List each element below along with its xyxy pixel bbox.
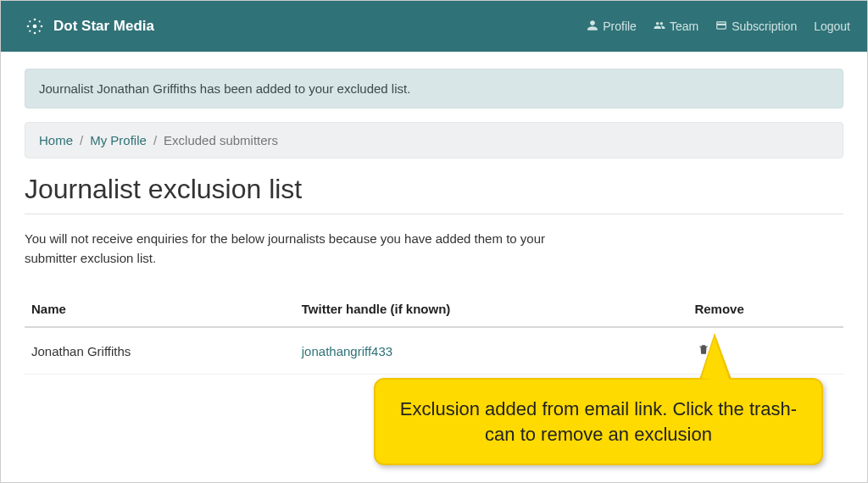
nav-profile[interactable]: Profile	[587, 19, 637, 34]
breadcrumb-current: Excluded submitters	[164, 133, 278, 147]
svg-point-1	[34, 19, 36, 21]
svg-point-7	[29, 31, 31, 32]
col-remove-header: Remove	[687, 293, 843, 327]
nav-subscription-label: Subscription	[732, 19, 797, 33]
svg-point-6	[39, 20, 41, 22]
callout-text: Exclusion added from email link. Click t…	[400, 398, 797, 445]
breadcrumb: Home / My Profile / Excluded submitters	[25, 122, 843, 158]
navbar: Dot Star Media Profile Team Subscription…	[1, 1, 867, 52]
page-title: Journalist exclusion list	[25, 174, 843, 205]
annotation-callout: Exclusion added from email link. Click t…	[374, 353, 823, 465]
breadcrumb-profile[interactable]: My Profile	[90, 133, 147, 147]
svg-point-2	[34, 32, 36, 35]
nav-logout-label: Logout	[814, 19, 850, 33]
title-divider	[25, 214, 843, 214]
nav-subscription[interactable]: Subscription	[715, 19, 797, 34]
main-container: Journalist Jonathan Griffiths has been a…	[1, 52, 867, 375]
cell-name: Jonathan Griffiths	[25, 327, 295, 375]
brand-logo-icon	[25, 16, 45, 36]
svg-point-4	[41, 25, 43, 28]
nav-team[interactable]: Team	[654, 19, 698, 34]
callout-arrow	[702, 336, 737, 382]
nav-team-label: Team	[670, 19, 698, 33]
brand[interactable]: Dot Star Media	[25, 16, 154, 36]
breadcrumb-sep: /	[80, 133, 83, 147]
col-handle-header: Twitter handle (if known)	[295, 293, 688, 327]
success-alert: Journalist Jonathan Griffiths has been a…	[25, 69, 843, 108]
col-name-header: Name	[25, 293, 295, 327]
callout-box: Exclusion added from email link. Click t…	[374, 378, 823, 465]
svg-point-8	[39, 31, 41, 32]
nav-profile-label: Profile	[603, 19, 637, 33]
user-icon	[587, 19, 598, 34]
alert-message: Journalist Jonathan Griffiths has been a…	[39, 81, 410, 96]
brand-name: Dot Star Media	[53, 18, 154, 35]
svg-point-5	[29, 20, 31, 22]
nav-right: Profile Team Subscription Logout	[587, 19, 850, 34]
svg-point-0	[33, 25, 37, 29]
card-icon	[715, 19, 727, 34]
svg-point-3	[27, 25, 30, 28]
breadcrumb-sep: /	[153, 133, 157, 147]
nav-logout[interactable]: Logout	[814, 19, 850, 33]
breadcrumb-home[interactable]: Home	[39, 133, 73, 147]
page-intro: You will not receive enquiries for the b…	[25, 230, 567, 268]
team-icon	[654, 19, 665, 34]
table-header-row: Name Twitter handle (if known) Remove	[25, 293, 843, 327]
